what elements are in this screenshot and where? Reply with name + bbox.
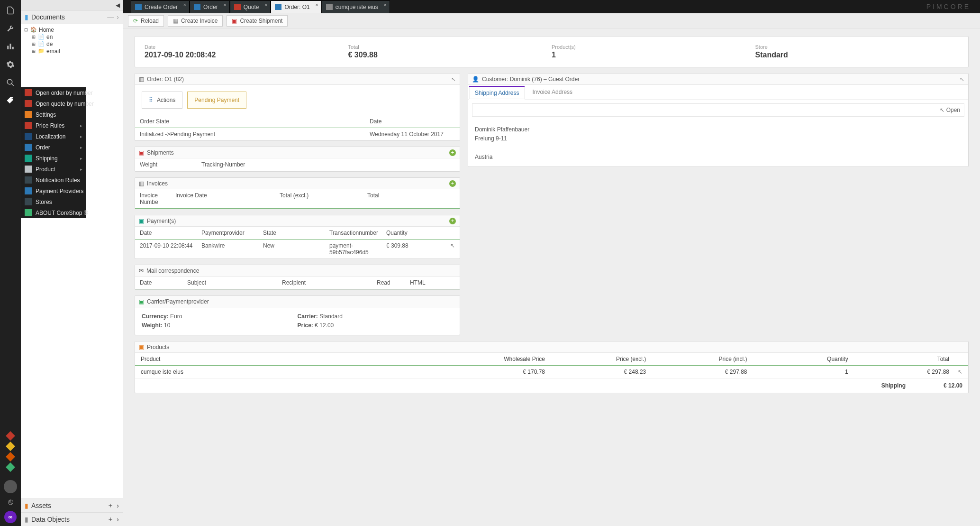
menu-label: Notification Rules [36, 177, 80, 184]
node-icon: 📁 [38, 48, 45, 54]
open-customer-button[interactable]: ↖Open [472, 103, 964, 117]
menu-open-quote-by-number[interactable]: Open quote by number [21, 98, 86, 109]
expand-icon[interactable]: ⊞ [31, 34, 36, 40]
add-invoice-button[interactable]: + [449, 180, 456, 187]
menu-price-rules[interactable]: Price Rules▸ [21, 120, 86, 131]
doc-icon: ▮ [25, 13, 28, 21]
menu-shipping[interactable]: Shipping▸ [21, 153, 86, 164]
file-icon[interactable] [5, 5, 16, 16]
close-icon[interactable]: × [315, 2, 318, 8]
assets-panel-head[interactable]: ▮ Assets ＋ › [21, 498, 123, 512]
create-invoice-button[interactable]: ▦Create Invoice [168, 15, 223, 27]
menu-about-coreshop-[interactable]: ABOUT CoreShop ® [21, 207, 86, 218]
carrier-panel: ▣Carrier/Paymentprovider Currency: Euro … [135, 295, 460, 335]
tab-quote[interactable]: Quote× [230, 0, 271, 13]
tab-order-o1[interactable]: Order: O1× [271, 0, 321, 13]
prod-pexcl: € 248.23 [545, 369, 646, 375]
yellow-diamond-icon[interactable] [6, 442, 15, 451]
menu-icon [25, 144, 32, 151]
chevron-right-icon[interactable]: › [117, 502, 119, 509]
close-icon[interactable]: × [223, 2, 226, 8]
wrench-icon[interactable] [5, 23, 16, 34]
avatar[interactable] [4, 480, 17, 493]
prod-wholesale: € 170.78 [444, 369, 545, 375]
tab-order[interactable]: Order× [190, 0, 230, 13]
collapse-handle[interactable]: ◀ [21, 0, 123, 10]
menu-label: Payment Providers [36, 188, 83, 194]
payment-row[interactable]: 2017-09-10 22:08:44BankwireNewpayment-59… [135, 240, 460, 258]
pending-payment-button[interactable]: Pending Payment [187, 92, 246, 109]
tab-invoice-address[interactable]: Invoice Address [526, 86, 578, 99]
close-icon[interactable]: × [264, 2, 267, 8]
cursor-icon[interactable]: ↖ [960, 76, 964, 83]
chevron-right-icon[interactable]: › [117, 13, 119, 21]
expand-icon[interactable]: ⊞ [31, 41, 36, 47]
menu-open-order-by-number[interactable]: Open order by number [21, 87, 86, 98]
price-label: Price: [298, 322, 313, 329]
tab-cumque-iste-eius[interactable]: cumque iste eius× [322, 0, 390, 13]
plus-icon[interactable]: ＋ [107, 501, 114, 510]
pay-txn: payment-59b57fac496d5 [329, 242, 386, 256]
cursor-icon[interactable]: ↖ [445, 242, 455, 256]
tree-en[interactable]: ⊞📄en [24, 33, 120, 40]
red-diamond-icon[interactable] [6, 431, 15, 441]
invoices-panel: ▥Invoices+ Invoice Numbe Invoice Date To… [135, 177, 460, 209]
tree-email[interactable]: ⊞📁email [24, 47, 120, 55]
cursor-icon[interactable]: ↖ [949, 369, 962, 375]
close-icon[interactable]: × [383, 2, 386, 8]
close-icon[interactable]: × [183, 2, 186, 8]
svg-line-4 [11, 83, 14, 86]
green-diamond-icon[interactable] [6, 462, 15, 472]
add-payment-button[interactable]: + [449, 218, 456, 224]
inv-totalexcl-header: Total (excl.) [280, 192, 367, 205]
orange-diamond-icon[interactable] [6, 452, 15, 461]
customer-country: Austria [475, 153, 962, 162]
products-panel: ▣Products ProductWholesale PricePrice (e… [135, 341, 969, 393]
minus-icon[interactable]: — [107, 13, 114, 21]
menu-settings[interactable]: Settings [21, 109, 86, 120]
store-label: Store [755, 44, 959, 50]
chevron-right-icon[interactable]: › [117, 516, 119, 523]
menu-payment-providers[interactable]: Payment Providers [21, 185, 86, 196]
reload-button[interactable]: ⟳Reload [128, 15, 164, 27]
data-objects-panel-head[interactable]: ▮ Data Objects ＋ › [21, 512, 123, 526]
search-icon[interactable] [5, 77, 16, 88]
chevron-right-icon: ▸ [80, 134, 82, 139]
plus-icon[interactable]: ＋ [107, 515, 114, 524]
menu-order[interactable]: Order▸ [21, 142, 86, 153]
menu-product[interactable]: Product▸ [21, 164, 86, 175]
menu-icon [25, 122, 32, 129]
documents-panel-head[interactable]: ▮ Documents — › [21, 10, 123, 24]
svg-point-3 [7, 79, 12, 84]
cursor-icon[interactable]: ↖ [451, 76, 456, 83]
coreshop-logo[interactable]: ∞ [4, 511, 17, 523]
create-shipment-button[interactable]: ▣Create Shipment [227, 15, 288, 27]
date-label: Date [145, 44, 348, 50]
menu-localization[interactable]: Localization▸ [21, 131, 86, 142]
tab-shipping-address[interactable]: Shipping Address [469, 86, 525, 99]
tree-Home[interactable]: ⊟🏠Home [24, 26, 120, 33]
truck-icon: ▣ [139, 149, 144, 156]
menu-icon [25, 198, 32, 205]
order-summary: Date2017-09-10 20:08:42 Total€ 309.88 Pr… [135, 36, 969, 67]
inv-total-header: Total [367, 192, 455, 205]
reports-icon[interactable] [5, 41, 16, 52]
menu-stores[interactable]: Stores [21, 196, 86, 207]
product-row[interactable]: cumque iste eius€ 170.78€ 248.23€ 297.88… [135, 366, 968, 378]
actions-button[interactable]: ⠿Actions [142, 92, 182, 109]
tab-create-order[interactable]: Create Order× [131, 0, 190, 13]
expand-icon[interactable]: ⊞ [31, 48, 36, 55]
gear-icon[interactable] [5, 59, 16, 70]
mail-title: Mail correspondence [146, 268, 199, 274]
tree-de[interactable]: ⊞📄de [24, 40, 120, 47]
add-shipment-button[interactable]: + [449, 149, 456, 156]
person-icon: 👤 [472, 76, 479, 83]
prod-footer-label: Shipping [849, 382, 906, 389]
mail-subject-header: Subject [187, 279, 282, 286]
date-value: 2017-09-10 20:08:42 [145, 51, 348, 59]
tag-icon[interactable] [5, 95, 16, 106]
nav-rail: ⎋ ∞ [0, 0, 21, 526]
menu-notification-rules[interactable]: Notification Rules [21, 175, 86, 185]
expand-icon[interactable]: ⊟ [24, 27, 28, 33]
logout-icon[interactable]: ⎋ [8, 497, 13, 507]
